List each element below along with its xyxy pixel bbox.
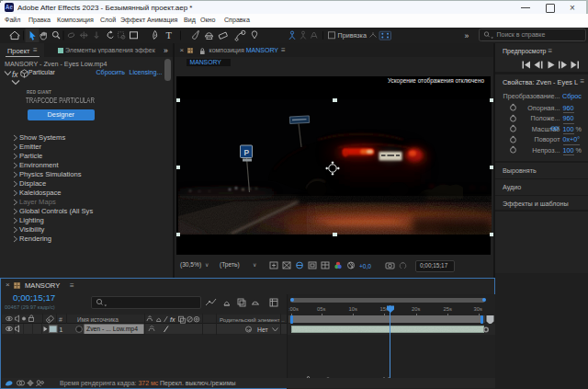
svg-text:Поиск в справке: Поиск в справке: [497, 31, 546, 39]
svg-text:+0,0: +0,0: [359, 263, 371, 269]
svg-text:Привязка: Привязка: [338, 31, 367, 40]
svg-text:#: #: [59, 316, 62, 323]
svg-text:Zven - ... Low.mp4: Zven - ... Low.mp4: [86, 326, 138, 333]
svg-text:Нет: Нет: [257, 326, 268, 332]
svg-text:T: T: [166, 30, 173, 40]
svg-text:Имя источника: Имя источника: [77, 316, 119, 323]
svg-text:P: P: [243, 148, 249, 157]
svg-text:fx: fx: [170, 316, 175, 323]
svg-text:»: »: [465, 31, 469, 40]
svg-text:Родительский элемент ..: Родительский элемент ..: [220, 316, 285, 323]
svg-text:1: 1: [60, 326, 63, 332]
svg-text:fx: fx: [12, 70, 18, 79]
